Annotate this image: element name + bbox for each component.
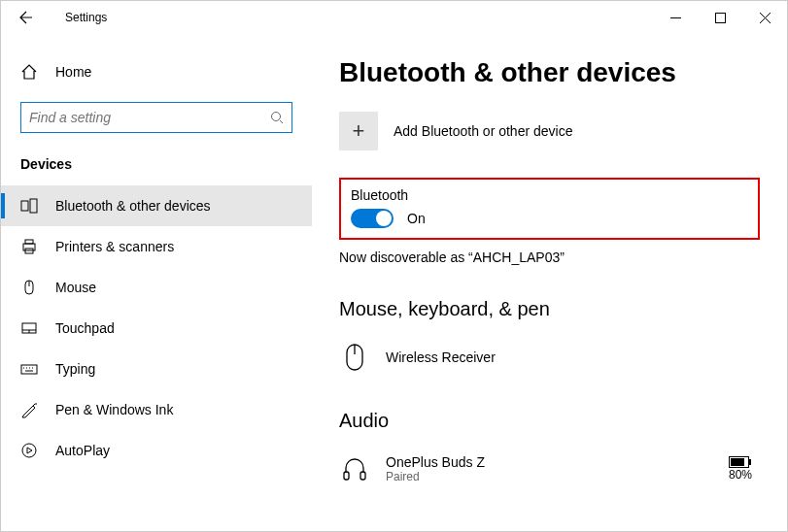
mouse-device-icon [339, 342, 370, 373]
svg-rect-24 [731, 458, 744, 466]
svg-rect-12 [21, 365, 37, 374]
svg-point-1 [272, 113, 281, 121]
discoverable-text: Now discoverable as “AHCH_LAP03” [339, 249, 760, 265]
sidebar-section-label: Devices [1, 150, 312, 185]
nav-label: Typing [55, 361, 95, 377]
headphones-icon [339, 453, 370, 484]
device-status: Paired [386, 470, 485, 483]
printer-icon [20, 238, 38, 255]
svg-rect-2 [21, 201, 28, 211]
nav-label: Pen & Windows Ink [55, 402, 173, 417]
sidebar-item-autoplay[interactable]: AutoPlay [1, 430, 312, 471]
minimize-button[interactable] [653, 1, 698, 34]
arrow-left-icon [18, 10, 34, 25]
svg-rect-5 [25, 240, 33, 244]
svg-rect-3 [30, 199, 37, 213]
mouse-icon [20, 279, 38, 296]
home-nav[interactable]: Home [1, 53, 312, 90]
device-name: Wireless Receiver [386, 349, 496, 365]
toggle-knob [376, 211, 392, 226]
nav-label: Printers & scanners [55, 239, 174, 254]
sidebar-item-bluetooth[interactable]: Bluetooth & other devices [1, 185, 312, 226]
home-label: Home [55, 64, 91, 80]
sidebar-item-touchpad[interactable]: Touchpad [1, 308, 312, 349]
group-heading-mkp: Mouse, keyboard, & pen [339, 298, 760, 320]
search-icon [270, 111, 284, 124]
device-battery: 80% [729, 456, 760, 482]
battery-icon [729, 456, 752, 468]
plus-icon: + [339, 112, 378, 150]
bluetooth-label: Bluetooth [351, 187, 748, 203]
device-row[interactable]: OnePlus Buds Z Paired 80% [339, 448, 760, 490]
autoplay-icon [20, 442, 38, 459]
titlebar: Settings [1, 1, 787, 34]
group-heading-audio: Audio [339, 410, 760, 432]
svg-rect-0 [715, 13, 725, 22]
window-title: Settings [65, 11, 107, 24]
nav-label: AutoPlay [55, 443, 110, 458]
sidebar-item-printers[interactable]: Printers & scanners [1, 226, 312, 267]
nav-label: Bluetooth & other devices [55, 198, 211, 214]
bluetooth-state: On [407, 211, 426, 226]
svg-rect-22 [360, 472, 365, 480]
touchpad-icon [20, 319, 38, 337]
sidebar: Home Devices Bluetooth & other devices P… [1, 34, 312, 531]
sidebar-item-mouse[interactable]: Mouse [1, 267, 312, 308]
close-icon [760, 13, 771, 23]
keyboard-icon [20, 360, 38, 378]
pen-icon [20, 401, 38, 418]
add-device-button[interactable]: + Add Bluetooth or other device [339, 112, 760, 150]
bluetooth-devices-icon [20, 197, 38, 215]
nav-label: Mouse [55, 280, 96, 295]
sidebar-item-pen[interactable]: Pen & Windows Ink [1, 389, 312, 430]
nav-label: Touchpad [55, 320, 115, 336]
maximize-icon [715, 13, 726, 23]
device-name: OnePlus Buds Z [386, 454, 485, 470]
svg-rect-25 [749, 459, 751, 465]
bluetooth-toggle-section: Bluetooth On [339, 178, 760, 240]
device-row[interactable]: Wireless Receiver [339, 336, 760, 379]
sidebar-item-typing[interactable]: Typing [1, 349, 312, 389]
maximize-button[interactable] [698, 1, 742, 34]
content-pane: Bluetooth & other devices + Add Bluetoot… [312, 34, 787, 531]
search-input[interactable] [29, 110, 270, 125]
battery-percent: 80% [729, 468, 752, 482]
window-controls [653, 1, 787, 34]
back-button[interactable] [7, 1, 46, 34]
home-icon [20, 63, 38, 81]
page-heading: Bluetooth & other devices [339, 57, 760, 88]
svg-rect-21 [344, 472, 349, 480]
bluetooth-toggle[interactable] [351, 209, 394, 228]
search-box[interactable] [20, 102, 292, 133]
add-device-label: Add Bluetooth or other device [394, 123, 572, 139]
close-button[interactable] [742, 1, 787, 34]
svg-point-18 [22, 444, 36, 457]
minimize-icon [670, 13, 681, 23]
